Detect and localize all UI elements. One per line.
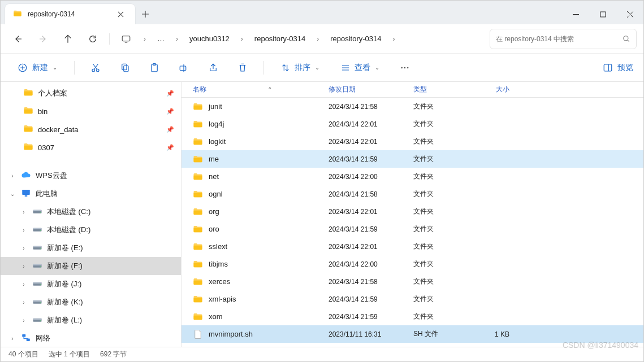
sort-button[interactable]: 排序⌄	[274, 58, 326, 78]
expand-chevron-icon[interactable]: ›	[20, 317, 28, 324]
tree-label: 此电脑	[36, 189, 58, 199]
breadcrumb-2[interactable]: repository-0314	[326, 29, 386, 49]
paste-button[interactable]	[144, 58, 165, 78]
network-icon	[21, 333, 31, 344]
folder-icon	[193, 137, 203, 147]
sidebar-item[interactable]: ›本地磁盘 (C:)	[1, 203, 181, 221]
file-row[interactable]: me2024/3/14 21:59文件夹	[181, 150, 643, 168]
file-row[interactable]: logkit2024/3/14 22:01文件夹	[181, 133, 643, 150]
sidebar-item[interactable]: ›新加卷 (L:)	[1, 311, 181, 329]
expand-chevron-icon[interactable]: ›	[20, 227, 28, 233]
refresh-button[interactable]	[82, 29, 103, 49]
chevron-right-icon[interactable]: ›	[313, 35, 322, 43]
file-row[interactable]: ognl2024/3/14 21:58文件夹	[181, 185, 643, 203]
column-date[interactable]: 修改日期	[329, 85, 413, 94]
expand-chevron-icon[interactable]: ›	[8, 335, 16, 342]
rename-button[interactable]	[173, 58, 195, 78]
sidebar-item[interactable]: ›本地磁盘 (D:)	[1, 221, 181, 239]
file-row[interactable]: xerces2024/3/14 21:58文件夹	[181, 273, 643, 290]
minimize-icon	[573, 11, 579, 18]
cut-button[interactable]	[85, 58, 106, 78]
file-date: 2024/3/14 22:01	[329, 120, 413, 128]
expand-chevron-icon[interactable]: ›	[8, 173, 16, 179]
tab-active[interactable]: repository-0314	[5, 4, 135, 24]
sidebar-item[interactable]: ⌄此电脑	[1, 185, 181, 203]
file-name: net	[209, 172, 219, 181]
close-window-button[interactable]	[616, 4, 643, 24]
file-row[interactable]: tibjms2024/3/14 22:00文件夹	[181, 255, 643, 273]
svg-rect-14	[124, 66, 128, 72]
expand-chevron-icon[interactable]: ⌄	[8, 191, 16, 197]
copy-button[interactable]	[114, 58, 136, 78]
file-type: 文件夹	[413, 277, 476, 286]
sidebar-item[interactable]: ›新加卷 (E:)	[1, 239, 181, 257]
chevron-right-icon[interactable]: ›	[172, 35, 181, 43]
file-date: 2024/3/14 22:01	[329, 208, 413, 216]
file-row[interactable]: net2024/3/14 22:00文件夹	[181, 168, 643, 185]
arrow-up-icon	[63, 34, 72, 43]
view-label: 查看	[355, 63, 370, 73]
tree-label: 本地磁盘 (D:)	[47, 225, 90, 235]
share-button[interactable]	[202, 58, 224, 78]
sort-icon	[281, 63, 290, 72]
svg-rect-8	[122, 36, 130, 41]
up-button[interactable]	[57, 29, 79, 49]
file-list[interactable]: junit2024/3/14 21:58文件夹log4j2024/3/14 22…	[181, 98, 643, 347]
view-button[interactable]: 查看⌄	[334, 58, 386, 78]
tree-label: 0307	[38, 143, 54, 152]
ellipsis-icon	[400, 63, 410, 73]
new-tab-button[interactable]	[135, 4, 155, 24]
maximize-button[interactable]	[589, 4, 616, 24]
column-size[interactable]: 大小	[476, 85, 521, 94]
file-row[interactable]: xml-apis2024/3/14 21:59文件夹	[181, 290, 643, 308]
folder-icon	[193, 172, 203, 182]
file-name: sslext	[209, 242, 227, 251]
sidebar-item[interactable]: docker_data📌	[1, 120, 181, 138]
file-row[interactable]: log4j2024/3/14 22:01文件夹	[181, 115, 643, 133]
sidebar-item[interactable]: ›新加卷 (K:)	[1, 293, 181, 311]
sidebar-item[interactable]: bin📌	[1, 102, 181, 120]
crumb-ellipsis[interactable]: …	[153, 29, 169, 49]
minimize-button[interactable]	[562, 4, 589, 24]
sidebar-item[interactable]: ›新加卷 (J:)	[1, 275, 181, 293]
file-row[interactable]: oro2024/3/14 21:59文件夹	[181, 220, 643, 238]
sidebar-item[interactable]: ›网络	[1, 329, 181, 347]
expand-chevron-icon[interactable]: ›	[20, 209, 28, 215]
chevron-right-icon[interactable]: ›	[140, 35, 149, 43]
file-row[interactable]: junit2024/3/14 21:58文件夹	[181, 98, 643, 115]
pc-crumb-icon[interactable]	[115, 29, 137, 49]
forward-button[interactable]	[32, 29, 54, 49]
sidebar-item[interactable]: 个人档案📌	[1, 84, 181, 102]
search-input[interactable]	[496, 35, 623, 43]
column-name[interactable]: 名称^	[181, 85, 329, 94]
file-row[interactable]: xom2024/3/14 21:59文件夹	[181, 308, 643, 325]
more-button[interactable]	[394, 58, 416, 78]
search-box[interactable]	[490, 29, 637, 49]
file-name: xom	[209, 312, 223, 321]
expand-chevron-icon[interactable]: ›	[20, 245, 28, 251]
file-row[interactable]: org2024/3/14 22:01文件夹	[181, 203, 643, 220]
breadcrumb-1[interactable]: repository-0314	[250, 29, 310, 49]
back-button[interactable]	[7, 29, 29, 49]
column-type[interactable]: 类型	[413, 85, 476, 94]
sidebar-item[interactable]: 0307📌	[1, 138, 181, 156]
expand-chevron-icon[interactable]: ›	[20, 299, 28, 306]
file-row[interactable]: mvnimport.sh2023/11/11 16:31SH 文件1 KB	[181, 325, 643, 343]
chevron-right-icon[interactable]: ›	[237, 35, 247, 43]
new-label: 新建	[32, 63, 48, 73]
expand-chevron-icon[interactable]: ›	[20, 281, 28, 287]
preview-button[interactable]: 预览	[603, 63, 633, 73]
chevron-right-icon[interactable]: ›	[390, 35, 399, 43]
svg-point-11	[92, 69, 95, 72]
new-button[interactable]: 新建 ⌄	[11, 58, 64, 78]
expand-chevron-icon[interactable]: ›	[20, 263, 28, 269]
file-row[interactable]: sslext2024/3/14 22:01文件夹	[181, 238, 643, 255]
tab-close-button[interactable]	[114, 7, 127, 21]
drive-icon	[32, 206, 42, 218]
breadcrumb-0[interactable]: youchu0312	[185, 29, 234, 49]
file-type: 文件夹	[413, 207, 476, 216]
sidebar-item[interactable]: ›WPS云盘	[1, 167, 181, 185]
sidebar-item[interactable]: ›新加卷 (F:)	[1, 257, 181, 275]
delete-button[interactable]	[232, 58, 253, 78]
sidebar[interactable]: 个人档案📌bin📌docker_data📌0307📌›WPS云盘⌄此电脑›本地磁…	[1, 82, 181, 347]
